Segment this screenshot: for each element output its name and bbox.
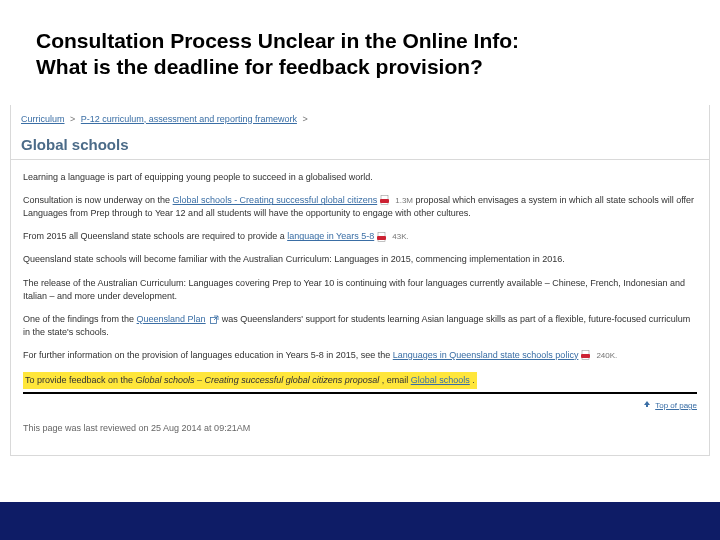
para-consultation: Consultation is now underway on the Glob… xyxy=(11,189,709,225)
filesize: 43K. xyxy=(392,232,408,241)
text-fragment: For further information on the provision… xyxy=(23,350,393,360)
link-email-global-schools[interactable]: Global schools xyxy=(411,375,470,385)
external-link-icon xyxy=(210,315,219,324)
footer-bar xyxy=(0,502,720,540)
para-further-info: For further information on the provision… xyxy=(11,344,709,367)
breadcrumb-item-curriculum[interactable]: Curriculum xyxy=(21,114,65,124)
link-top-of-page[interactable]: Top of page xyxy=(655,401,697,410)
arrow-up-icon xyxy=(643,400,651,412)
text-fragment: , email xyxy=(382,375,411,385)
para-2015-requirement: From 2015 all Queensland state schools a… xyxy=(11,225,709,248)
svg-rect-1 xyxy=(380,199,389,203)
highlight-em: Global schools – Creating successful glo… xyxy=(136,375,380,385)
para-release: The release of the Australian Curriculum… xyxy=(11,272,709,308)
webpage-clip: Curriculum > P-12 curriculum, assessment… xyxy=(10,105,710,456)
page-heading: Global schools xyxy=(11,128,709,161)
link-language-years-5-8[interactable]: language in Years 5-8 xyxy=(287,231,374,241)
link-global-schools-proposal[interactable]: Global schools - Creating successful glo… xyxy=(173,195,378,205)
text-fragment: From 2015 all Queensland state schools a… xyxy=(23,231,287,241)
last-reviewed: This page was last reviewed on 25 Aug 20… xyxy=(11,414,709,455)
top-of-page: Top of page xyxy=(11,394,709,414)
svg-rect-6 xyxy=(581,354,590,358)
slide-title-line1: Consultation Process Unclear in the Onli… xyxy=(36,28,684,54)
text-fragment: Consultation is now underway on the xyxy=(23,195,173,205)
pdf-icon xyxy=(581,350,592,361)
slide-title: Consultation Process Unclear in the Onli… xyxy=(0,0,720,95)
pdf-icon xyxy=(377,232,388,243)
slide-title-line2: What is the deadline for feedback provis… xyxy=(36,54,684,80)
text-fragment: One of the findings from the xyxy=(23,314,137,324)
link-languages-policy[interactable]: Languages in Queensland state schools po… xyxy=(393,350,579,360)
para-queensland-plan: One of the findings from the Queensland … xyxy=(11,308,709,344)
filesize: 1.3M xyxy=(395,196,413,205)
text-fragment: To provide feedback on the xyxy=(25,375,136,385)
filesize: 240K. xyxy=(596,351,617,360)
breadcrumb-item-framework[interactable]: P-12 curriculum, assessment and reportin… xyxy=(81,114,297,124)
breadcrumb-separator: > xyxy=(70,114,75,124)
pdf-icon xyxy=(380,195,391,206)
para-australian-curriculum: Queensland state schools will become fam… xyxy=(11,248,709,271)
text-fragment: . xyxy=(472,375,475,385)
para-intro: Learning a language is part of equipping… xyxy=(11,166,709,189)
breadcrumb: Curriculum > P-12 curriculum, assessment… xyxy=(11,105,709,128)
breadcrumb-separator: > xyxy=(302,114,307,124)
highlight-span: To provide feedback on the Global school… xyxy=(23,372,477,389)
svg-rect-3 xyxy=(377,236,386,240)
highlighted-line: To provide feedback on the Global school… xyxy=(23,367,697,394)
link-queensland-plan[interactable]: Queensland Plan xyxy=(137,314,206,324)
